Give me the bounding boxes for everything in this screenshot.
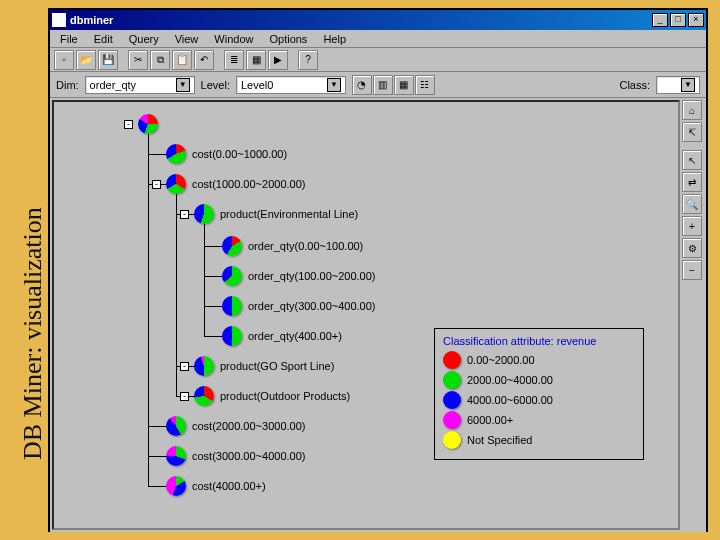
grid-view-icon[interactable]: ▦ <box>394 75 414 95</box>
pie-view-icon[interactable]: ◔ <box>352 75 372 95</box>
up-icon[interactable]: ↸ <box>682 122 702 142</box>
pie-node[interactable] <box>166 476 186 496</box>
config-icon[interactable]: ⚙ <box>682 238 702 258</box>
chevron-down-icon[interactable]: ▼ <box>681 78 695 92</box>
home-icon[interactable]: ⌂ <box>682 100 702 120</box>
legend-label: 2000.00~4000.00 <box>467 374 553 386</box>
bar-view-icon[interactable]: ▥ <box>373 75 393 95</box>
titlebar-text: dbminer <box>70 14 652 26</box>
tree-connector <box>204 276 222 277</box>
pie-node[interactable] <box>166 144 186 164</box>
node-label: cost(3000.00~4000.00) <box>192 450 305 462</box>
pie-node[interactable] <box>138 114 158 134</box>
expander-icon[interactable]: - <box>180 362 189 371</box>
menu-file[interactable]: File <box>54 32 84 46</box>
dim-combo[interactable]: order_qty ▼ <box>85 76 195 94</box>
node-label: order_qty(400.00+) <box>248 330 342 342</box>
minimize-button[interactable]: _ <box>652 13 668 27</box>
node-label: order_qty(100.00~200.00) <box>248 270 376 282</box>
tree-view-icon[interactable]: ☷ <box>415 75 435 95</box>
pie-node[interactable] <box>194 204 214 224</box>
pie-node[interactable] <box>166 416 186 436</box>
legend-title: Classification attribute: revenue <box>443 335 635 347</box>
plus-icon[interactable]: + <box>682 216 702 236</box>
close-button[interactable]: × <box>688 13 704 27</box>
level-value: Level0 <box>241 79 273 91</box>
class-label: Class: <box>619 79 650 91</box>
right-toolbar: ⌂ ↸ ↖ ⇄ 🔍 + ⚙ − <box>682 100 704 280</box>
tree-connector <box>176 184 177 396</box>
save-icon[interactable]: 💾 <box>98 50 118 70</box>
node-label: product(Outdoor Products) <box>220 390 350 402</box>
tree-connector <box>204 246 222 247</box>
pie-node[interactable] <box>166 446 186 466</box>
legend-label: 6000.00+ <box>467 414 513 426</box>
tree-canvas[interactable]: -----cost(0.00~1000.00)cost(1000.00~2000… <box>52 100 680 530</box>
titlebar[interactable]: dbminer _ □ × <box>50 10 706 30</box>
level-label: Level: <box>201 79 230 91</box>
menubar: File Edit Query View Window Options Help <box>50 30 706 48</box>
legend-swatch <box>443 391 461 409</box>
menu-edit[interactable]: Edit <box>88 32 119 46</box>
node-label: cost(4000.00+) <box>192 480 266 492</box>
node-label: cost(2000.00~3000.00) <box>192 420 305 432</box>
class-combo[interactable]: ▼ <box>656 76 700 94</box>
tree-connector <box>148 154 166 155</box>
toolbar: ▫ 📂 💾 ✂ ⧉ 📋 ↶ ≣ ▦ ▶ ? <box>50 48 706 72</box>
cut-icon[interactable]: ✂ <box>128 50 148 70</box>
maximize-button[interactable]: □ <box>670 13 686 27</box>
tree-connector <box>204 214 205 336</box>
legend-label: 4000.00~6000.00 <box>467 394 553 406</box>
pie-node[interactable] <box>194 356 214 376</box>
help-icon[interactable]: ? <box>298 50 318 70</box>
pie-node[interactable] <box>194 386 214 406</box>
expander-icon[interactable]: - <box>180 210 189 219</box>
expander-icon[interactable]: - <box>180 392 189 401</box>
legend-swatch <box>443 411 461 429</box>
run-icon[interactable]: ▶ <box>268 50 288 70</box>
grid-icon[interactable]: ▦ <box>246 50 266 70</box>
chevron-down-icon[interactable]: ▼ <box>176 78 190 92</box>
open-icon[interactable]: 📂 <box>76 50 96 70</box>
legend-row: 6000.00+ <box>443 411 635 429</box>
menu-options[interactable]: Options <box>263 32 313 46</box>
legend-swatch <box>443 371 461 389</box>
copy-icon[interactable]: ⧉ <box>150 50 170 70</box>
menu-help[interactable]: Help <box>317 32 352 46</box>
node-label: cost(1000.00~2000.00) <box>192 178 305 190</box>
tree-connector <box>148 486 166 487</box>
toolbar-secondary: Dim: order_qty ▼ Level: Level0 ▼ ◔ ▥ ▦ ☷… <box>50 72 706 98</box>
new-icon[interactable]: ▫ <box>54 50 74 70</box>
dim-label: Dim: <box>56 79 79 91</box>
legend-swatch <box>443 431 461 449</box>
undo-icon[interactable]: ↶ <box>194 50 214 70</box>
menu-query[interactable]: Query <box>123 32 165 46</box>
zoom-icon[interactable]: 🔍 <box>682 194 702 214</box>
tree-connector <box>148 426 166 427</box>
legend-label: Not Specified <box>467 434 532 446</box>
slide-title: DB Miner: visualization <box>18 207 48 460</box>
legend-panel: Classification attribute: revenue0.00~20… <box>434 328 644 460</box>
legend-row: Not Specified <box>443 431 635 449</box>
swap-icon[interactable]: ⇄ <box>682 172 702 192</box>
menu-window[interactable]: Window <box>208 32 259 46</box>
tree-connector <box>204 336 222 337</box>
pie-node[interactable] <box>222 236 242 256</box>
pie-node[interactable] <box>222 326 242 346</box>
pie-node[interactable] <box>222 296 242 316</box>
tree-connector <box>204 306 222 307</box>
minus-icon[interactable]: − <box>682 260 702 280</box>
pie-node[interactable] <box>222 266 242 286</box>
pie-node[interactable] <box>166 174 186 194</box>
legend-row: 4000.00~6000.00 <box>443 391 635 409</box>
menu-view[interactable]: View <box>169 32 205 46</box>
expander-icon[interactable]: - <box>124 120 133 129</box>
pointer-icon[interactable]: ↖ <box>682 150 702 170</box>
paste-icon[interactable]: 📋 <box>172 50 192 70</box>
expander-icon[interactable]: - <box>152 180 161 189</box>
level-combo[interactable]: Level0 ▼ <box>236 76 346 94</box>
chevron-down-icon[interactable]: ▼ <box>327 78 341 92</box>
node-label: order_qty(300.00~400.00) <box>248 300 376 312</box>
node-label: product(Environmental Line) <box>220 208 358 220</box>
list-icon[interactable]: ≣ <box>224 50 244 70</box>
